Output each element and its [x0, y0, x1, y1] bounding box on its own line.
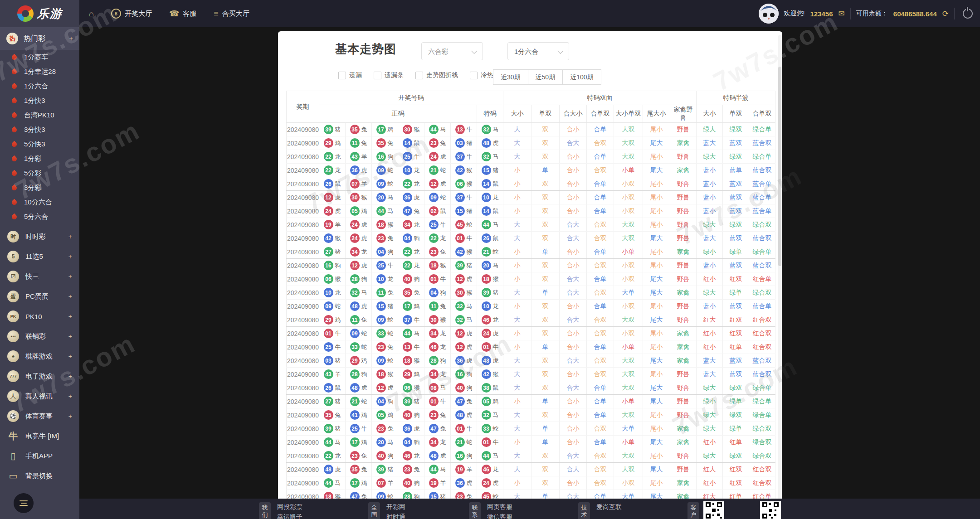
checkbox-box[interactable] — [338, 72, 346, 79]
sidebar-item-电子游戏[interactable]: 777电子游戏+ — [0, 366, 79, 386]
footer-link[interactable]: 开彩网 — [386, 503, 405, 511]
checkbox-遗漏条[interactable]: 遗漏条 — [374, 71, 404, 79]
checkbox-box[interactable] — [415, 72, 423, 79]
flame-icon — [11, 68, 18, 75]
value-cell: 家禽 — [670, 340, 697, 354]
footer-link[interactable]: 爱尚互联 — [596, 503, 622, 511]
value-cell: 合小 — [560, 150, 587, 164]
logout-power-icon[interactable] — [963, 9, 973, 19]
sidebar-item-棋牌游戏[interactable]: ♠棋牌游戏+ — [0, 346, 79, 366]
sidebar-item-手机APP[interactable]: ▯手机APP — [0, 446, 79, 466]
value-cell: 合小 — [560, 476, 587, 490]
value-cell: 双 — [531, 191, 560, 204]
sidebar-item-1分幸运28[interactable]: 1分幸运28 — [0, 64, 79, 79]
sidebar-item-电竞牛 [IM][interactable]: 牛电竞牛 [IM] — [0, 426, 79, 446]
scrollbar-track[interactable] — [778, 35, 781, 515]
lottery-category-select[interactable]: 六合彩 — [421, 42, 483, 60]
sidebar-item-PK10[interactable]: PKPK10+ — [0, 306, 79, 326]
sidebar-item-台湾PK10[interactable]: 台湾PK10 — [0, 108, 79, 122]
sidebar-item-11选5[interactable]: 511选5+ — [0, 247, 79, 267]
sidebar-item-5分快3[interactable]: 5分快3 — [0, 137, 79, 151]
ball-cell: 24虎 — [477, 327, 503, 340]
footer-link[interactable]: 网投彩票 — [277, 503, 302, 511]
value-cell: 大 — [503, 150, 531, 164]
ball-cell: 25牛 — [424, 218, 451, 232]
value-text: 小双 — [622, 180, 635, 187]
sidebar-item-背景切换[interactable]: ▭背景切换 — [0, 466, 79, 486]
ball-cell: 03猪 — [319, 354, 346, 368]
value-text: 单 — [542, 398, 549, 405]
zodiac-label: 兔 — [388, 289, 394, 297]
ball-cell: 11兔 — [346, 313, 372, 327]
lottery-ball: 47 — [455, 397, 465, 406]
username[interactable]: 123456 — [810, 10, 833, 18]
sidebar-item-快三[interactable]: ⚂快三+ — [0, 267, 79, 286]
value-text: 小双 — [622, 302, 635, 310]
mail-icon[interactable]: ✉ — [839, 9, 845, 19]
sidebar-item-PC蛋蛋[interactable]: 蛋PC蛋蛋+ — [0, 286, 79, 306]
lottery-game-select[interactable]: 1分六合 — [507, 42, 569, 60]
checkbox-box[interactable] — [374, 72, 381, 79]
expand-plus-icon: + — [69, 35, 73, 42]
nav-item-lottery-hall[interactable]: 8开奖大厅 — [111, 9, 152, 19]
ball-cell: 44马 — [398, 327, 424, 340]
ball-cell: 06猴 — [319, 272, 346, 286]
value-text: 尾小 — [650, 330, 663, 337]
zodiac-label: 蛇 — [440, 194, 446, 202]
sidebar-collapse-button[interactable] — [14, 493, 34, 513]
footer-link[interactable]: 微信客服 — [487, 513, 512, 519]
value-cell: 双 — [531, 123, 560, 136]
ball-cell: 44马 — [477, 218, 503, 232]
range-button-近100期[interactable]: 近100期 — [562, 69, 601, 85]
nav-item-group-buy-hall[interactable]: ≡合买大厅 — [214, 9, 249, 19]
value-cell: 合单 — [587, 150, 614, 164]
sidebar-item-5分六合[interactable]: 5分六合 — [0, 209, 79, 224]
lottery-ball: 15 — [376, 301, 386, 311]
sidebar-item-1分六合[interactable]: 1分六合 — [0, 79, 79, 93]
value-text: 双 — [542, 466, 549, 473]
sidebar-item-10分六合[interactable]: 10分六合 — [0, 195, 79, 209]
sidebar-item-5分彩[interactable]: 5分彩 — [0, 166, 79, 180]
range-button-近30期[interactable]: 近30期 — [493, 69, 528, 85]
ball-cell: 19羊 — [319, 218, 346, 232]
qr-code — [760, 501, 781, 519]
sidebar-item-体育赛事[interactable]: ⚽体育赛事+ — [0, 406, 79, 426]
footer-link[interactable]: 时时通 — [386, 513, 405, 519]
sidebar-item-时时彩[interactable]: 时时时彩+ — [0, 227, 79, 247]
sidebar-item-真人视讯[interactable]: 人真人视讯+ — [0, 386, 79, 406]
scrollbar-thumb[interactable] — [778, 67, 781, 266]
checkbox-box[interactable] — [470, 72, 478, 79]
ball-cell: 23兔 — [424, 136, 451, 150]
lottery-ball: 11 — [350, 315, 360, 325]
nav-item-home[interactable]: ⌂ — [89, 9, 94, 19]
checkbox-走势图折线[interactable]: 走势图折线 — [415, 71, 458, 79]
table-row: 20240908003726鼠48虎12虎06猴08马40狗38鼠大双合大合单大… — [287, 381, 775, 395]
sidebar-item-3分彩[interactable]: 3分彩 — [0, 180, 79, 195]
ball-cell: 22龙 — [398, 177, 424, 191]
value-cell: 野兽 — [670, 232, 697, 245]
footer-link[interactable]: 网页客服 — [487, 503, 512, 511]
lottery-ball: 29 — [350, 356, 360, 365]
sidebar-item-hot-lottery[interactable]: 热 热门彩 + — [0, 27, 79, 50]
range-button-近50期[interactable]: 近50期 — [528, 69, 563, 85]
lottery-ball: 33 — [482, 424, 491, 433]
footer-link[interactable]: 幸运骰子 — [277, 513, 302, 519]
value-cell: 绿双 — [723, 218, 749, 232]
sidebar-item-3分快3[interactable]: 3分快3 — [0, 122, 79, 137]
lottery-ball: 23 — [429, 138, 439, 148]
checkbox-遗漏[interactable]: 遗漏 — [338, 71, 362, 79]
refresh-icon[interactable]: ⟳ — [942, 9, 949, 19]
sidebar-item-联销彩[interactable]: ⋯联销彩+ — [0, 326, 79, 346]
sidebar-item-1分彩[interactable]: 1分彩 — [0, 151, 79, 166]
sidebar-item-1分快3[interactable]: 1分快3 — [0, 93, 79, 108]
lottery-ball: 36 — [455, 478, 465, 488]
value-text: 红合单 — [753, 275, 772, 282]
ball-cell: 32马 — [477, 123, 503, 136]
ball-cell: 35兔 — [398, 286, 424, 300]
avatar[interactable] — [759, 4, 779, 24]
value-text: 小单 — [622, 343, 635, 350]
logo[interactable]: 乐游 — [0, 0, 79, 27]
ball-cell: 23兔 — [372, 232, 398, 245]
sidebar-item-1分赛车[interactable]: 1分赛车 — [0, 50, 79, 64]
nav-item-customer-service[interactable]: ☎客服 — [169, 9, 196, 19]
